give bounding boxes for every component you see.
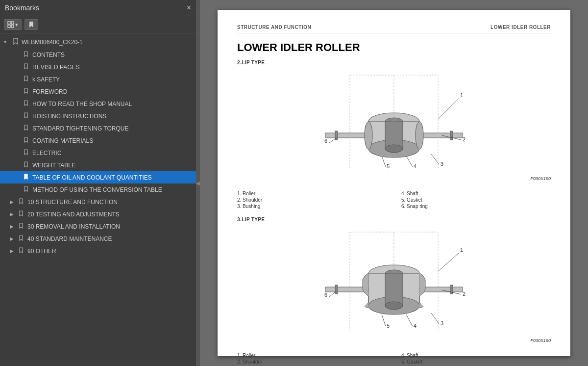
bookmarks-header: Bookmarks × [0, 0, 196, 16]
legend1: 1. Roller 4. Shaft 2. Shoulder 5. Gasket… [237, 191, 551, 209]
legend2-item-2: 2. Shoulder [237, 359, 387, 365]
svg-rect-41 [325, 287, 368, 292]
svg-text:3: 3 [441, 320, 443, 326]
bookmark-item-weight[interactable]: WEIGHT TABLE [0, 159, 196, 171]
bookmark-icon-tightening [24, 125, 30, 132]
svg-rect-2 [8, 25, 10, 27]
legend2-item-4: 4. Shaft [401, 353, 551, 358]
bookmark-icon-coating [24, 137, 30, 144]
svg-point-15 [365, 122, 372, 149]
svg-line-52 [438, 253, 459, 271]
bookmark-item-coating[interactable]: COATING MATERIALS [0, 134, 196, 147]
svg-text:2: 2 [463, 291, 466, 297]
bookmark-root-item[interactable]: ▾ WEBM006400_CK20-1 [0, 35, 196, 49]
bookmark-item-how-to-read[interactable]: HOW TO READ THE SHOP MANUAL [0, 98, 196, 110]
diagram2-svg: 1 2 3 4 5 6 [311, 227, 477, 335]
diagram1-caption: F030X190 [530, 176, 551, 181]
svg-rect-18 [450, 131, 453, 140]
section1-label: 2-LIP TYPE [237, 60, 551, 65]
label-s40: 40 STANDARD MAINTENANCE [27, 235, 192, 242]
diagram2-caption: F030X190 [530, 338, 551, 343]
bookmarks-panel: Bookmarks × ▾ ▾ WEBM006400_CK20-1 [0, 0, 196, 366]
expand-dropdown-arrow: ▾ [15, 22, 18, 28]
diagram2-container: 1 2 3 4 5 6 F030X190 [237, 227, 551, 343]
bookmark-item-contents[interactable]: CONTENTS [0, 49, 196, 61]
label-contents: CONTENTS [32, 52, 192, 58]
label-tightening: STANDARD TIGHTENING TORQUE [32, 125, 192, 132]
bookmark-item-s10[interactable]: ▶ 10 STRUCTURE AND FUNCTION [0, 196, 196, 208]
page-header-right: LOWER IDLER ROLLER [490, 25, 551, 30]
svg-text:5: 5 [387, 163, 390, 169]
svg-text:6: 6 [324, 138, 327, 144]
svg-text:4: 4 [414, 323, 416, 329]
bookmark-item-s40[interactable]: ▶ 40 STANDARD MAINTENANCE [0, 233, 196, 245]
legend2-item-5: 5. Gasket [401, 359, 551, 365]
bookmark-icon-conversion [24, 186, 30, 193]
bookmark-list: ▾ WEBM006400_CK20-1 CONTENTS REVISED PAG… [0, 33, 196, 366]
bookmark-icon-safety [24, 76, 30, 83]
svg-point-16 [416, 122, 423, 149]
bookmark-item-revised[interactable]: REVISED PAGES [0, 61, 196, 73]
toolbar: ▾ [0, 16, 196, 33]
legend1-item-3: 3. Bushing [237, 204, 387, 209]
svg-line-30 [382, 156, 386, 167]
bookmark-item-conversion[interactable]: METHOD OF USING THE CONVERSION TABLE [0, 183, 196, 196]
bookmark-item-s20[interactable]: ▶ 20 TESTING AND ADJUSTMENTS [0, 208, 196, 220]
svg-line-28 [431, 154, 439, 164]
bookmark-item-oil-coolant[interactable]: TABLE OF OIL AND COOLANT QUANTITIES [0, 171, 196, 183]
close-button[interactable]: × [187, 4, 191, 12]
bookmark-icon-weight [24, 161, 30, 169]
svg-rect-39 [385, 274, 403, 306]
bookmark-item-s90[interactable]: ▶ 90 OTHER [0, 245, 196, 257]
bookmarks-title: Bookmarks [5, 4, 39, 12]
label-s10: 10 STRUCTURE AND FUNCTION [27, 199, 192, 206]
diagram1-container: 1 2 3 4 5 6 F030X190 [237, 70, 551, 181]
svg-text:1: 1 [460, 92, 463, 98]
label-s90: 90 OTHER [27, 248, 192, 255]
svg-line-26 [438, 99, 459, 119]
legend2-item-1: 1. Roller [237, 353, 387, 358]
svg-line-55 [406, 314, 413, 326]
bookmark-icon-contents [24, 51, 30, 58]
label-revised: REVISED PAGES [32, 64, 192, 71]
svg-rect-42 [419, 287, 463, 292]
svg-line-54 [431, 313, 439, 324]
root-label: WEBM006400_CK20-1 [22, 39, 192, 46]
bookmark-icon-s10 [19, 198, 25, 206]
bookmark-icon-hoisting [24, 112, 30, 120]
bookmark-item-foreword[interactable]: FOREWORD [0, 85, 196, 98]
bookmark-icon-oil-coolant [24, 174, 30, 181]
section2-label: 3-LIP TYPE [237, 217, 551, 222]
page-header-left: STRUCTURE AND FUNCTION [237, 25, 311, 30]
bookmark-icon-electric [24, 149, 30, 157]
svg-rect-13 [325, 133, 368, 138]
doc-title: LOWER IDLER ROLLER [237, 41, 551, 54]
bookmark-icon-s20 [19, 210, 25, 218]
page-header: STRUCTURE AND FUNCTION LOWER IDLER ROLLE… [237, 25, 551, 33]
grid-icon [7, 21, 14, 28]
expand-all-button[interactable]: ▾ [4, 19, 22, 30]
label-hoisting: HOISTING INSTRUCTIONS [32, 113, 192, 120]
bookmark-item-safety[interactable]: k SAFETY [0, 73, 196, 85]
bookmark-icon [28, 21, 35, 28]
label-electric: ELECTRIC [32, 150, 192, 157]
bookmark-icon-how-to-read [24, 100, 30, 107]
legend1-item-5: 5. Gasket [401, 197, 551, 203]
svg-line-56 [382, 314, 386, 326]
bookmark-item-hoisting[interactable]: HOISTING INSTRUCTIONS [0, 110, 196, 122]
label-s30: 30 REMOVAL AND INSTALLATION [27, 223, 192, 230]
svg-rect-0 [8, 22, 10, 24]
bookmark-options-button[interactable] [24, 19, 38, 30]
panel-splitter[interactable] [196, 0, 200, 366]
label-coating: COATING MATERIALS [32, 137, 192, 144]
expand-arrow: ▾ [4, 39, 11, 45]
bookmark-item-tightening[interactable]: STANDARD TIGHTENING TORQUE [0, 122, 196, 134]
label-conversion: METHOD OF USING THE CONVERSION TABLE [32, 186, 192, 193]
bookmark-item-s30[interactable]: ▶ 30 REMOVAL AND INSTALLATION [0, 220, 196, 233]
bookmark-item-electric[interactable]: ELECTRIC [0, 147, 196, 159]
label-safety: k SAFETY [32, 76, 192, 83]
svg-rect-1 [11, 22, 14, 24]
svg-point-12 [385, 145, 403, 153]
bookmark-icon-s30 [19, 223, 25, 230]
document-page: STRUCTURE AND FUNCTION LOWER IDLER ROLLE… [218, 10, 570, 356]
